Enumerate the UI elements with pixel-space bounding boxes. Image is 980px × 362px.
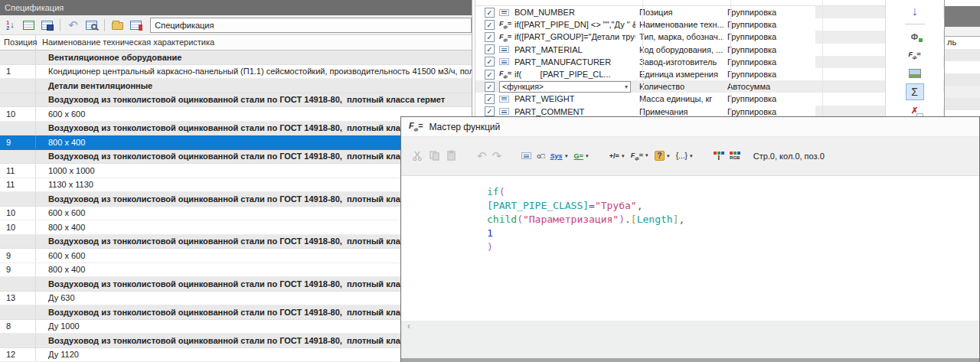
autosum-button[interactable]: Σ [906, 83, 924, 100]
sort-button[interactable]: 12 ↓ [3, 18, 18, 33]
grouping-cell: Группировка [724, 70, 815, 79]
refresh-table-button[interactable] [21, 18, 36, 33]
scroll-left-icon[interactable]: ‹ [407, 321, 410, 331]
color-squares-icon [730, 152, 740, 155]
function-button[interactable]: Fф= [906, 47, 924, 63]
grouping-cell: Группировка [724, 8, 815, 17]
spec-name-input[interactable] [150, 18, 472, 33]
position-cell [0, 334, 36, 347]
spec-item-row[interactable]: 1Кондиционер центральный каркасно-панель… [0, 65, 472, 80]
paste-button[interactable] [446, 150, 457, 161]
function-icon: Fф= [409, 121, 423, 132]
code-line: if( [487, 185, 979, 199]
grouping-cell: Группировка [724, 94, 815, 103]
functions-menu[interactable]: Fф= ▼ [631, 152, 649, 161]
position-cell [0, 305, 36, 319]
operators-menu[interactable]: +/= ▼ [609, 152, 626, 160]
position-cell: 12 [0, 348, 36, 362]
checkbox[interactable]: ✓ [485, 8, 495, 18]
field-type-icon-wrap [499, 9, 514, 16]
insert-object-button[interactable]: o□ [537, 152, 544, 160]
global-vars-menu[interactable]: G= ▼ [574, 152, 590, 160]
chevron-down-icon: ▼ [645, 153, 649, 158]
field-type-icon-wrap [499, 58, 514, 65]
redo-button[interactable]: ↷ [492, 149, 502, 163]
column-name-cell: Код оборудования, ... [635, 45, 724, 54]
sliver-cell: ль [945, 37, 980, 49]
spec-window-titlebar[interactable]: Спецификация [0, 0, 472, 15]
code-token: = [589, 200, 595, 211]
save-table-icon [41, 21, 53, 30]
image-button[interactable] [906, 65, 924, 81]
system-vars-menu[interactable]: Sys ▼ [550, 152, 569, 160]
field-type-icon-wrap: Fф= [499, 33, 514, 42]
sliver-cell [945, 49, 980, 61]
position-cell [0, 277, 36, 291]
cut-button[interactable] [412, 150, 423, 161]
chevron-down-icon: ▼ [585, 154, 590, 158]
position-cell: 1 [0, 65, 36, 79]
formula-icon: Fф= [499, 20, 511, 29]
undo-button[interactable]: ↶ [477, 149, 487, 163]
code-token: Length [637, 214, 673, 225]
field-expression: BOM_NUMBER [514, 8, 635, 17]
function-dropdown[interactable]: <функция>▾ [499, 81, 631, 93]
table-columns-button[interactable] [129, 18, 143, 33]
index-color-button[interactable]: I [714, 152, 724, 160]
checkbox[interactable]: ✓ [485, 57, 495, 67]
cursor-position-status: Стр.0, кол.0, поз.0 [753, 152, 825, 161]
checkbox[interactable]: ✓ [485, 44, 495, 54]
name-column-header[interactable]: Наименование техническая характеристика [36, 35, 472, 50]
window-bottom-edge[interactable] [401, 358, 979, 362]
undo-button[interactable]: ↶ [66, 18, 80, 33]
insert-field-button[interactable] [521, 152, 531, 159]
column-name-cell: Масса единицы, кг [635, 94, 724, 103]
code-token: "Параметризация" [523, 214, 619, 225]
code-token: "Труба" [595, 200, 637, 211]
chevron-down-icon: ▼ [564, 154, 569, 158]
export-button[interactable] [110, 18, 125, 33]
checkbox[interactable]: ✓ [485, 70, 495, 80]
braces-menu[interactable]: {...} ▼ [676, 152, 694, 160]
insert-field-button[interactable]: Ф [906, 28, 924, 44]
sliver-cell [945, 61, 980, 73]
spec-section-row[interactable]: Воздуховод из тонколистовой оцинкованной… [0, 93, 472, 108]
toolbar-separator [104, 19, 105, 31]
spec-section-row[interactable]: Вентиляционное оборудование [0, 51, 472, 65]
table-columns-icon [130, 21, 142, 30]
position-column-header[interactable]: Позиция [0, 35, 36, 50]
column-name-cell: Единица измерения [635, 70, 724, 79]
spec-section-row[interactable]: Детали вентиляционные [0, 79, 472, 93]
chevron-down-icon: ▼ [621, 154, 626, 158]
dropdown-value: <функция> [502, 82, 544, 91]
checkbox[interactable]: ✓ [485, 106, 495, 116]
checkbox[interactable]: ✓ [485, 20, 495, 30]
checkbox[interactable]: ✓ [485, 82, 495, 92]
position-cell: 9 [0, 249, 36, 263]
field-icon [499, 96, 509, 103]
position-cell [0, 192, 36, 206]
question-box-icon: ? [655, 151, 665, 161]
checkbox[interactable]: ✓ [485, 32, 495, 42]
grouping-cell: Автосумма [724, 82, 815, 91]
checkbox[interactable]: ✓ [485, 94, 495, 104]
grouping-cell: Группировка [724, 32, 815, 41]
save-table-button[interactable] [40, 18, 54, 33]
position-cell: 11 [0, 178, 36, 192]
function-wizard-titlebar[interactable]: Fф= Мастер функций [401, 117, 979, 137]
field-icon [499, 58, 509, 65]
code-token: ( [499, 186, 505, 197]
formula-code-editor[interactable]: if([PART_PIPE_CLASS]="Труба",child("Пара… [401, 175, 979, 321]
help-insert-menu[interactable]: ? ▼ [655, 151, 671, 161]
field-type-icon-wrap [499, 96, 514, 103]
preview-table-button[interactable] [84, 18, 99, 33]
rgb-color-button[interactable]: RGB [730, 152, 740, 160]
horizontal-scrollbar[interactable]: ‹ [401, 321, 979, 331]
code-token: 1 [487, 227, 493, 239]
grouping-cell: Группировка [724, 20, 815, 29]
field-expression: PART_MANUFACTURER [514, 57, 635, 67]
code-token: child [487, 214, 517, 225]
function-icon: Fф= [631, 152, 643, 161]
move-down-button[interactable]: ↓ [906, 3, 924, 19]
copy-button[interactable] [429, 150, 440, 161]
